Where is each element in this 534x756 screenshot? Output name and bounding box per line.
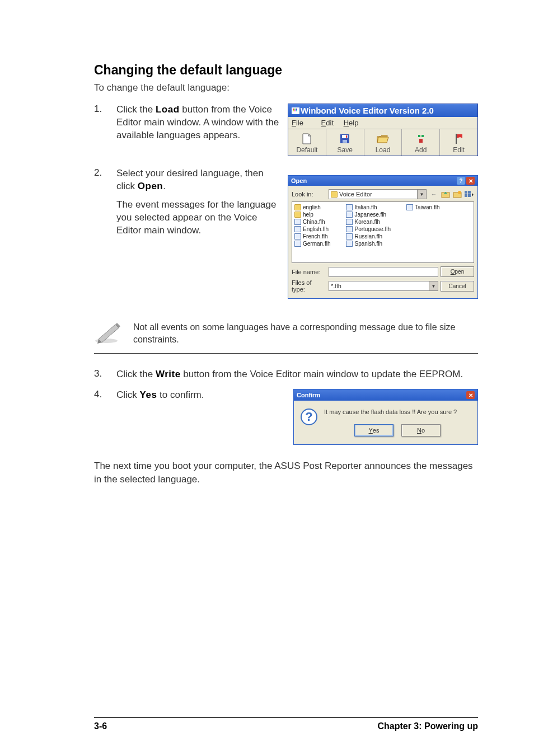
svg-rect-4 bbox=[293, 110, 294, 111]
open-file-dialog: Open ? ✕ Look in: Voice Editor ▼ ← bbox=[288, 175, 478, 299]
file-item[interactable]: english bbox=[294, 204, 330, 210]
file-name: Japanese.flh bbox=[354, 212, 386, 218]
yes-button[interactable]: Yes bbox=[354, 424, 394, 436]
file-icon bbox=[346, 241, 353, 247]
winbond-title-bar: Winbond Voice Editor Version 2.0 bbox=[288, 104, 477, 117]
lookin-label: Look in: bbox=[292, 191, 326, 198]
file-name: Spanish.flh bbox=[354, 241, 382, 247]
toolbar-edit-button[interactable]: Edit bbox=[440, 129, 477, 156]
svg-rect-17 bbox=[465, 191, 467, 194]
open-button[interactable]: Open bbox=[441, 266, 474, 277]
filename-input[interactable] bbox=[329, 267, 438, 277]
file-name: French.flh bbox=[303, 233, 327, 240]
step-2-sub: The event messages for the language you … bbox=[116, 199, 282, 237]
file-name: Italian.flh bbox=[354, 204, 377, 210]
file-item[interactable]: Spanish.flh bbox=[346, 241, 391, 247]
load-keyword: Load bbox=[156, 104, 180, 115]
toolbar-save-button[interactable]: Save bbox=[326, 129, 364, 156]
file-item[interactable]: English.flh bbox=[294, 226, 330, 232]
app-icon bbox=[292, 107, 299, 114]
file-icon bbox=[346, 204, 353, 210]
winbond-toolbar: Default Save Load Add Edit bbox=[288, 129, 477, 156]
file-name: China.flh bbox=[303, 219, 325, 225]
file-item[interactable]: Russian.flh bbox=[346, 233, 391, 240]
open-keyword: Open bbox=[138, 181, 163, 191]
svg-rect-2 bbox=[294, 109, 296, 110]
file-name: English.flh bbox=[303, 226, 329, 232]
confirm-titlebar: Confirm ✕ bbox=[294, 389, 477, 401]
menu-edit[interactable]: Edit bbox=[321, 119, 334, 127]
file-item[interactable]: help bbox=[294, 212, 330, 218]
file-item[interactable]: China.flh bbox=[294, 219, 330, 225]
file-item[interactable]: French.flh bbox=[294, 233, 330, 240]
file-item[interactable]: Portuguese.flh bbox=[346, 226, 391, 232]
chevron-down-icon: ▼ bbox=[429, 281, 438, 290]
text-fragment: Click the bbox=[116, 104, 156, 115]
open-dialog-titlebar: Open ? ✕ bbox=[288, 176, 477, 186]
file-name: english bbox=[303, 204, 321, 210]
svg-rect-1 bbox=[293, 109, 294, 110]
toolbar-label: Default bbox=[296, 146, 317, 154]
toolbar-default-button[interactable]: Default bbox=[288, 129, 326, 156]
menu-help[interactable]: Help bbox=[344, 119, 359, 127]
cancel-button[interactable]: Cancel bbox=[441, 281, 474, 292]
toolbar-label: Save bbox=[338, 146, 353, 154]
file-name: German.flh bbox=[303, 241, 330, 247]
add-icon bbox=[402, 133, 439, 145]
text-fragment: Click bbox=[116, 389, 140, 400]
text-fragment: button from the Voice Editor main window… bbox=[181, 369, 463, 379]
confirm-message: It may cause the flash data loss !! Are … bbox=[324, 408, 471, 415]
step-number: 3. bbox=[94, 368, 116, 379]
filetype-value: *.flh bbox=[331, 283, 341, 289]
toolbar-label: Load bbox=[376, 146, 391, 154]
svg-rect-3 bbox=[296, 109, 297, 110]
lookin-value: Voice Editor bbox=[339, 191, 372, 198]
file-list-pane[interactable]: englishhelpChina.flhEnglish.flhFrench.fl… bbox=[292, 201, 474, 263]
toolbar-load-button[interactable]: Load bbox=[364, 129, 402, 156]
filetype-dropdown[interactable]: *.flh ▼ bbox=[329, 281, 438, 291]
section-heading: Changing the default language bbox=[94, 63, 478, 78]
file-item[interactable]: Korean.flh bbox=[346, 219, 391, 225]
confirm-title-text: Confirm bbox=[297, 392, 320, 398]
question-icon: ? bbox=[301, 408, 317, 425]
file-item[interactable]: Taiwan.flh bbox=[406, 204, 439, 210]
toolbar-add-button[interactable]: Add bbox=[402, 129, 440, 156]
step-2-text: Select your desired language, then click… bbox=[116, 167, 282, 237]
new-file-icon bbox=[288, 133, 326, 145]
up-folder-icon[interactable] bbox=[441, 189, 451, 199]
folder-icon bbox=[294, 204, 301, 210]
step-3-text: Click the Write button from the Voice Ed… bbox=[116, 368, 463, 381]
file-item[interactable]: German.flh bbox=[294, 241, 330, 247]
note-block: Not all events on some languages have a … bbox=[94, 310, 478, 354]
open-folder-icon bbox=[364, 133, 402, 145]
folder-icon bbox=[294, 212, 301, 218]
close-icon[interactable]: ✕ bbox=[466, 391, 475, 399]
svg-rect-10 bbox=[346, 135, 347, 138]
no-button[interactable]: No bbox=[401, 424, 441, 436]
view-menu-icon[interactable] bbox=[464, 189, 474, 199]
file-icon bbox=[346, 219, 353, 225]
svg-rect-5 bbox=[294, 110, 296, 111]
file-name: Russian.flh bbox=[354, 233, 382, 240]
svg-point-16 bbox=[458, 191, 461, 194]
step-number: 1. bbox=[94, 104, 116, 142]
closing-text: The next time you boot your computer, th… bbox=[94, 459, 478, 486]
file-icon bbox=[406, 204, 413, 210]
close-icon[interactable]: ✕ bbox=[466, 177, 475, 185]
svg-rect-9 bbox=[343, 140, 347, 143]
step-1-text: Click the Load button from the Voice Edi… bbox=[116, 104, 282, 142]
save-icon bbox=[326, 133, 364, 145]
new-folder-icon[interactable] bbox=[452, 189, 462, 199]
back-icon[interactable]: ← bbox=[429, 189, 439, 199]
lookin-dropdown[interactable]: Voice Editor ▼ bbox=[329, 189, 427, 199]
page-number: 3-6 bbox=[94, 721, 107, 731]
menu-file[interactable]: File bbox=[292, 119, 311, 127]
text-fragment: Click the bbox=[116, 369, 156, 379]
file-name: Taiwan.flh bbox=[415, 204, 439, 210]
file-item[interactable]: Japanese.flh bbox=[346, 212, 391, 218]
file-item[interactable]: Italian.flh bbox=[346, 204, 391, 210]
filename-label: File name: bbox=[292, 269, 326, 275]
file-name: help bbox=[303, 212, 313, 218]
svg-rect-20 bbox=[468, 194, 471, 197]
help-icon[interactable]: ? bbox=[457, 177, 465, 185]
